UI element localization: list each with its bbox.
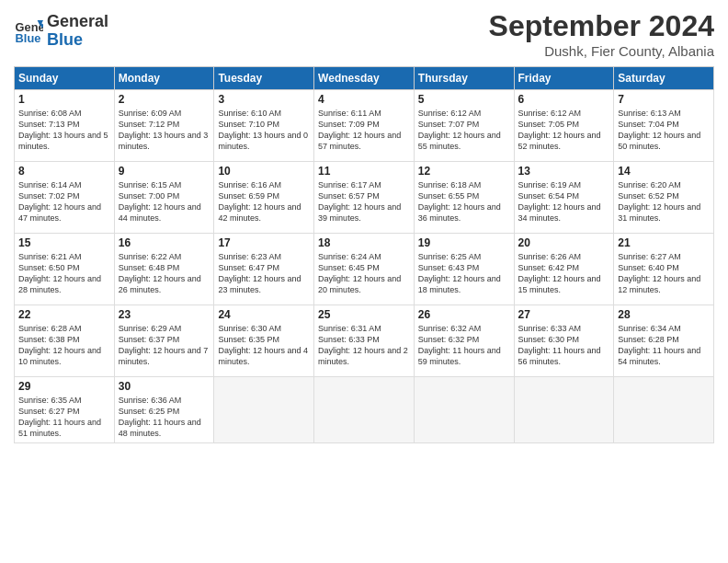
- table-row: 16 Sunrise: 6:22 AM Sunset: 6:48 PM Dayl…: [114, 234, 214, 305]
- day-number: 14: [618, 165, 710, 178]
- table-row: 25 Sunrise: 6:31 AM Sunset: 6:33 PM Dayl…: [314, 305, 415, 377]
- day-number: 12: [418, 165, 510, 178]
- day-info: Sunrise: 6:20 AM Sunset: 6:52 PM Dayligh…: [618, 179, 710, 224]
- day-number: 19: [418, 236, 510, 249]
- table-row: 13 Sunrise: 6:19 AM Sunset: 6:54 PM Dayl…: [514, 162, 614, 234]
- day-info: Sunrise: 6:28 AM Sunset: 6:38 PM Dayligh…: [18, 323, 110, 368]
- day-number: 18: [318, 236, 410, 249]
- table-row: 6 Sunrise: 6:12 AM Sunset: 7:05 PM Dayli…: [514, 90, 614, 162]
- day-number: 27: [518, 308, 610, 321]
- day-info: Sunrise: 6:17 AM Sunset: 6:57 PM Dayligh…: [318, 179, 410, 224]
- day-info: Sunrise: 6:19 AM Sunset: 6:54 PM Dayligh…: [518, 179, 610, 224]
- day-number: 20: [518, 236, 610, 249]
- col-tuesday: Tuesday: [214, 67, 314, 90]
- day-number: 4: [318, 93, 410, 106]
- day-info: Sunrise: 6:18 AM Sunset: 6:55 PM Dayligh…: [418, 179, 510, 224]
- table-row: 22 Sunrise: 6:28 AM Sunset: 6:38 PM Dayl…: [15, 305, 115, 377]
- day-info: Sunrise: 6:11 AM Sunset: 7:09 PM Dayligh…: [318, 108, 410, 153]
- day-info: Sunrise: 6:13 AM Sunset: 7:04 PM Dayligh…: [618, 108, 710, 153]
- day-number: 7: [618, 93, 710, 106]
- day-info: Sunrise: 6:12 AM Sunset: 7:07 PM Dayligh…: [418, 108, 510, 153]
- day-info: Sunrise: 6:09 AM Sunset: 7:12 PM Dayligh…: [119, 108, 210, 153]
- day-info: Sunrise: 6:35 AM Sunset: 6:27 PM Dayligh…: [18, 395, 110, 440]
- table-row: 5 Sunrise: 6:12 AM Sunset: 7:07 PM Dayli…: [414, 90, 514, 162]
- day-number: 13: [518, 165, 610, 178]
- calendar-table: Sunday Monday Tuesday Wednesday Thursday…: [14, 66, 714, 443]
- day-info: Sunrise: 6:22 AM Sunset: 6:48 PM Dayligh…: [119, 251, 210, 296]
- table-row: 11 Sunrise: 6:17 AM Sunset: 6:57 PM Dayl…: [314, 162, 415, 234]
- day-info: Sunrise: 6:15 AM Sunset: 7:00 PM Dayligh…: [119, 179, 210, 224]
- day-number: 10: [218, 165, 310, 178]
- day-info: Sunrise: 6:24 AM Sunset: 6:45 PM Dayligh…: [318, 251, 410, 296]
- day-number: 24: [218, 308, 310, 321]
- table-row: 30 Sunrise: 6:36 AM Sunset: 6:25 PM Dayl…: [114, 377, 214, 443]
- day-info: Sunrise: 6:30 AM Sunset: 6:35 PM Dayligh…: [218, 323, 310, 368]
- day-info: Sunrise: 6:27 AM Sunset: 6:40 PM Dayligh…: [618, 251, 710, 296]
- calendar-week-row: 15 Sunrise: 6:21 AM Sunset: 6:50 PM Dayl…: [15, 234, 714, 305]
- day-info: Sunrise: 6:16 AM Sunset: 6:59 PM Dayligh…: [218, 179, 310, 224]
- day-number: 5: [418, 93, 510, 106]
- calendar-header-row: Sunday Monday Tuesday Wednesday Thursday…: [15, 67, 714, 90]
- table-row: 18 Sunrise: 6:24 AM Sunset: 6:45 PM Dayl…: [314, 234, 415, 305]
- table-row: 28 Sunrise: 6:34 AM Sunset: 6:28 PM Dayl…: [614, 305, 714, 377]
- day-info: Sunrise: 6:21 AM Sunset: 6:50 PM Dayligh…: [18, 251, 110, 296]
- table-row: [514, 377, 614, 443]
- table-row: 4 Sunrise: 6:11 AM Sunset: 7:09 PM Dayli…: [314, 90, 415, 162]
- calendar-week-row: 8 Sunrise: 6:14 AM Sunset: 7:02 PM Dayli…: [15, 162, 714, 234]
- day-number: 15: [18, 236, 110, 249]
- table-row: 2 Sunrise: 6:09 AM Sunset: 7:12 PM Dayli…: [114, 90, 214, 162]
- day-number: 11: [318, 165, 410, 178]
- table-row: 19 Sunrise: 6:25 AM Sunset: 6:43 PM Dayl…: [414, 234, 514, 305]
- day-info: Sunrise: 6:23 AM Sunset: 6:47 PM Dayligh…: [218, 251, 310, 296]
- svg-text:Blue: Blue: [16, 31, 41, 45]
- table-row: 29 Sunrise: 6:35 AM Sunset: 6:27 PM Dayl…: [15, 377, 115, 443]
- page-container: General Blue General Blue September 2024…: [0, 0, 728, 453]
- day-number: 23: [119, 308, 210, 321]
- day-info: Sunrise: 6:12 AM Sunset: 7:05 PM Dayligh…: [518, 108, 610, 153]
- day-number: 26: [418, 308, 510, 321]
- title-block: September 2024 Dushk, Fier County, Alban…: [489, 9, 714, 59]
- day-number: 1: [18, 93, 110, 106]
- table-row: 1 Sunrise: 6:08 AM Sunset: 7:13 PM Dayli…: [15, 90, 115, 162]
- day-info: Sunrise: 6:34 AM Sunset: 6:28 PM Dayligh…: [618, 323, 710, 368]
- col-friday: Friday: [514, 67, 614, 90]
- month-title: September 2024: [489, 9, 714, 43]
- location: Dushk, Fier County, Albania: [489, 43, 714, 59]
- day-number: 25: [318, 308, 410, 321]
- day-number: 17: [218, 236, 310, 249]
- table-row: 14 Sunrise: 6:20 AM Sunset: 6:52 PM Dayl…: [614, 162, 714, 234]
- table-row: 17 Sunrise: 6:23 AM Sunset: 6:47 PM Dayl…: [214, 234, 314, 305]
- table-row: 8 Sunrise: 6:14 AM Sunset: 7:02 PM Dayli…: [15, 162, 115, 234]
- col-wednesday: Wednesday: [314, 67, 415, 90]
- table-row: 3 Sunrise: 6:10 AM Sunset: 7:10 PM Dayli…: [214, 90, 314, 162]
- day-info: Sunrise: 6:25 AM Sunset: 6:43 PM Dayligh…: [418, 251, 510, 296]
- day-info: Sunrise: 6:33 AM Sunset: 6:30 PM Dayligh…: [518, 323, 610, 368]
- day-info: Sunrise: 6:36 AM Sunset: 6:25 PM Dayligh…: [119, 395, 210, 440]
- col-thursday: Thursday: [414, 67, 514, 90]
- day-number: 6: [518, 93, 610, 106]
- table-row: [214, 377, 314, 443]
- day-info: Sunrise: 6:08 AM Sunset: 7:13 PM Dayligh…: [18, 108, 110, 153]
- day-number: 16: [119, 236, 210, 249]
- table-row: 10 Sunrise: 6:16 AM Sunset: 6:59 PM Dayl…: [214, 162, 314, 234]
- day-number: 30: [119, 380, 210, 393]
- day-number: 22: [18, 308, 110, 321]
- day-info: Sunrise: 6:10 AM Sunset: 7:10 PM Dayligh…: [218, 108, 310, 153]
- day-info: Sunrise: 6:14 AM Sunset: 7:02 PM Dayligh…: [18, 179, 110, 224]
- table-row: 15 Sunrise: 6:21 AM Sunset: 6:50 PM Dayl…: [15, 234, 115, 305]
- table-row: [314, 377, 415, 443]
- table-row: [614, 377, 714, 443]
- day-info: Sunrise: 6:29 AM Sunset: 6:37 PM Dayligh…: [119, 323, 210, 368]
- table-row: 12 Sunrise: 6:18 AM Sunset: 6:55 PM Dayl…: [414, 162, 514, 234]
- logo-text: General Blue: [47, 13, 108, 50]
- day-info: Sunrise: 6:32 AM Sunset: 6:32 PM Dayligh…: [418, 323, 510, 368]
- day-info: Sunrise: 6:31 AM Sunset: 6:33 PM Dayligh…: [318, 323, 410, 368]
- table-row: 26 Sunrise: 6:32 AM Sunset: 6:32 PM Dayl…: [414, 305, 514, 377]
- table-row: 7 Sunrise: 6:13 AM Sunset: 7:04 PM Dayli…: [614, 90, 714, 162]
- day-number: 28: [618, 308, 710, 321]
- col-monday: Monday: [114, 67, 214, 90]
- col-sunday: Sunday: [15, 67, 115, 90]
- day-number: 3: [218, 93, 310, 106]
- table-row: [414, 377, 514, 443]
- day-number: 2: [119, 93, 210, 106]
